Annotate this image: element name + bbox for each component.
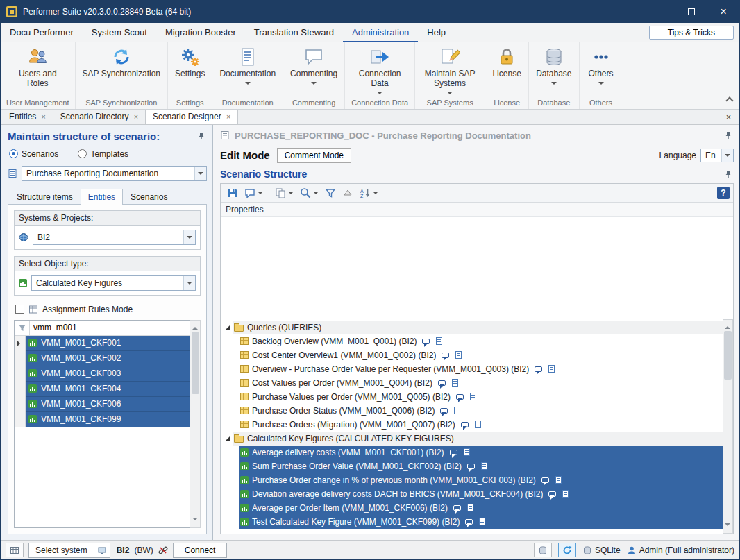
pin-icon[interactable] [723, 130, 734, 141]
database-button[interactable]: Database [529, 45, 578, 86]
refresh-button[interactable] [558, 543, 576, 557]
radio-scenarios[interactable]: Scenarios [9, 149, 58, 159]
object-type-combo[interactable]: Calculated Key Figures [31, 275, 196, 291]
tree-item-ckf[interactable]: Sum Purchase Order Value (VMM_M001_CKF00… [221, 459, 723, 473]
comment-icon[interactable] [535, 366, 542, 372]
scrollbar-thumb[interactable] [192, 332, 199, 394]
tree-item-ckf[interactable]: Test Calculated Key Figure (VMM_M001_CKF… [221, 515, 723, 529]
collapse-icon[interactable] [225, 436, 230, 441]
license-button[interactable]: License [485, 45, 528, 79]
menu-system-scout[interactable]: System Scout [83, 23, 156, 42]
connect-button[interactable]: Connect [173, 543, 228, 558]
document-icon[interactable] [452, 379, 458, 387]
tab-scenario-directory[interactable]: Scenario Directory [53, 110, 146, 124]
document-icon[interactable] [454, 407, 460, 414]
tab-entities[interactable]: Entities [2, 110, 53, 124]
comment-icon[interactable] [422, 339, 430, 344]
tips-tricks-button[interactable]: Tips & Tricks [649, 26, 734, 40]
sort-button[interactable]: AZ [357, 185, 381, 201]
grid-row[interactable]: VMM_M001_CKF001 [15, 336, 190, 351]
document-icon[interactable] [455, 351, 462, 359]
tree-group-calculated-key-figures[interactable]: Calculated Key Figures (CALCULATED KEY F… [221, 432, 723, 446]
menu-migration-booster[interactable]: Migration Booster [156, 23, 245, 42]
pin-icon[interactable] [196, 130, 207, 142]
scroll-down-icon[interactable] [192, 518, 198, 523]
grid-row[interactable]: VMM_M001_CKF002 [15, 351, 190, 366]
tree-item-query[interactable]: Backlog Overview (VMM_M001_Q001) (BI2) [221, 334, 723, 348]
document-icon[interactable] [548, 365, 555, 373]
tree-group-queries[interactable]: Queries (QUERIES) [221, 321, 723, 334]
tree-item-query[interactable]: Purchase Orders (Migration) (VMM_M001_Q0… [221, 418, 723, 432]
commenting-button[interactable]: Commenting [283, 45, 344, 86]
menu-administration[interactable]: Administration [343, 23, 418, 42]
comment-icon[interactable] [548, 491, 556, 497]
grid-row[interactable]: VMM_M001_CKF099 [15, 412, 190, 427]
combo-dropdown-button[interactable] [183, 230, 195, 244]
maximize-button[interactable] [675, 1, 707, 23]
comment-icon[interactable] [438, 380, 446, 386]
menu-docu-performer[interactable]: Docu Performer [1, 23, 83, 42]
grid-row[interactable]: VMM_M001_CKF006 [15, 397, 190, 412]
document-icon[interactable] [479, 518, 485, 525]
tree-item-query[interactable]: Cost Values per Order (VMM_M001_Q004) (B… [221, 376, 723, 390]
tab-structure-items[interactable]: Structure items [9, 189, 81, 205]
copy-structure-button[interactable] [272, 185, 296, 201]
menu-help[interactable]: Help [418, 23, 455, 42]
grid-row[interactable]: VMM_M001_CKF004 [15, 382, 190, 397]
system-combo[interactable]: BI2 [33, 230, 196, 245]
comment-icon[interactable] [467, 464, 475, 469]
tab-entities-side[interactable]: Entities [81, 189, 123, 205]
document-icon[interactable] [555, 476, 562, 484]
tree-scrollbar[interactable] [723, 319, 733, 534]
document-icon[interactable] [464, 448, 470, 456]
comment-mode-button[interactable]: Comment Mode [277, 148, 351, 163]
menu-translation-steward[interactable]: Translation Steward [245, 23, 343, 42]
language-combo[interactable]: En [700, 149, 734, 162]
pin-icon[interactable] [723, 169, 734, 180]
comment-icon[interactable] [442, 353, 449, 358]
expand-all-button[interactable] [339, 185, 356, 201]
tree-item-ckf[interactable]: Deviation average delivery costs DACH to… [221, 487, 723, 501]
comment-icon[interactable] [461, 422, 469, 427]
close-tab-icon[interactable] [41, 112, 45, 121]
connection-data-button[interactable]: Connection Data [345, 45, 414, 96]
document-icon[interactable] [481, 462, 487, 470]
tree-item-query[interactable]: Purchase Values per Order (VMM_M001_Q005… [221, 390, 723, 404]
scenario-combo[interactable]: Purchase Reporting Documentation [22, 166, 207, 181]
tab-scenario-designer[interactable]: Scenario Designer [146, 110, 238, 124]
comment-icon[interactable] [541, 477, 549, 483]
scroll-down-icon[interactable] [725, 523, 730, 529]
minimize-button[interactable] [644, 1, 675, 23]
tree-item-query[interactable]: Overview - Purchase Order Value per Requ… [221, 362, 723, 376]
document-icon[interactable] [475, 421, 481, 428]
tree-item-query[interactable]: Cost Center Overview1 (VMM_M001_Q002) (B… [221, 348, 723, 362]
comment-icon[interactable] [456, 394, 464, 400]
scroll-up-icon[interactable] [725, 323, 730, 329]
document-icon[interactable] [467, 504, 473, 511]
others-button[interactable]: Others [580, 45, 623, 86]
save-button[interactable] [224, 185, 241, 201]
radio-templates[interactable]: Templates [78, 149, 128, 159]
grid-row[interactable]: VMM_M001_CKF003 [15, 366, 190, 382]
maintain-sap-systems-button[interactable]: Maintain SAP Systems [415, 45, 485, 96]
users-and-roles-button[interactable]: Users and Roles [7, 45, 68, 89]
tree-item-ckf[interactable]: Average delivery costs (VMM_M001_CKF001)… [221, 446, 723, 459]
comment-tool-button[interactable] [242, 185, 266, 201]
combo-dropdown-button[interactable] [721, 149, 733, 162]
grid-filter-input[interactable] [30, 321, 190, 335]
assignment-rules-checkbox[interactable]: Assignment Rules Mode [15, 305, 199, 314]
tree-item-ckf[interactable]: Average per Order Item (VMM_M001_CKF006)… [221, 501, 723, 515]
documentation-button[interactable]: Documentation [212, 45, 283, 86]
select-system-button[interactable]: Select system [28, 543, 110, 558]
close-tab-icon[interactable] [134, 112, 138, 121]
sidebar-scrollbar[interactable] [190, 320, 201, 528]
combo-dropdown-button[interactable] [183, 276, 195, 290]
close-tabstrip-icon[interactable] [717, 110, 739, 124]
comment-icon[interactable] [453, 505, 461, 511]
collapse-icon[interactable] [225, 325, 230, 330]
tab-scenarios-side[interactable]: Scenarios [123, 189, 175, 205]
properties-header[interactable]: Properties [221, 203, 733, 217]
document-icon[interactable] [562, 490, 569, 498]
comment-icon[interactable] [465, 519, 473, 525]
document-icon[interactable] [470, 393, 476, 400]
